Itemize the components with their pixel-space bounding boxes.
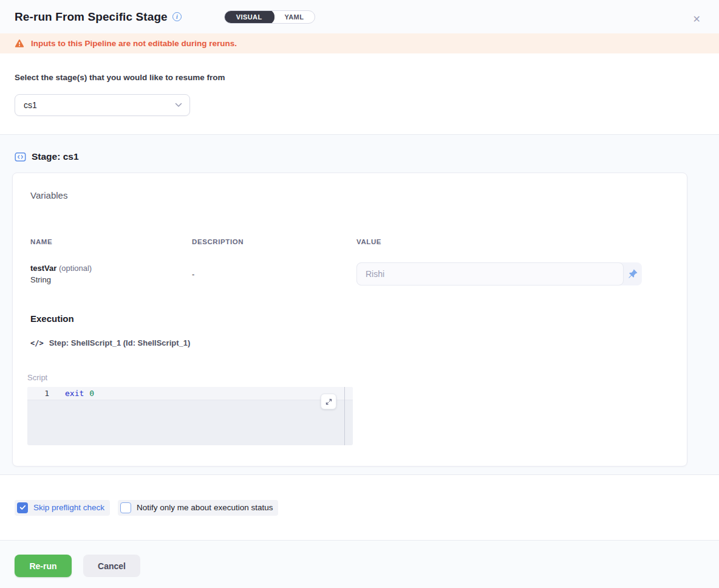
variable-name: testVar — [30, 264, 56, 273]
tab-visual[interactable]: VISUAL — [224, 10, 274, 24]
code-step-icon: </> — [30, 339, 44, 347]
stage-select-value: cs1 — [24, 100, 37, 110]
stage-select-dropdown[interactable]: cs1 — [15, 94, 190, 116]
notify-only-me-label: Notify only me about execution status — [137, 503, 273, 512]
execution-title: Execution — [30, 313, 669, 324]
code-keyword: exit — [65, 389, 84, 398]
stage-header: Stage: cs1 — [15, 151, 719, 162]
script-label: Script — [27, 373, 669, 382]
line-number: 1 — [27, 389, 65, 398]
variable-type: String — [30, 275, 192, 284]
close-icon[interactable]: ✕ — [693, 15, 701, 24]
stage-icon — [15, 152, 26, 162]
script-code-editor[interactable]: 1 exit0 — [27, 387, 353, 445]
variable-value-cell — [356, 262, 642, 285]
skip-preflight-checkbox[interactable]: Skip preflight check — [15, 500, 110, 516]
column-header-description: DESCRIPTION — [192, 238, 356, 245]
page-title: Re-run From Specific Stage — [15, 10, 168, 24]
checkbox-unchecked-icon — [120, 502, 131, 513]
visual-yaml-toggle: VISUAL YAML — [224, 10, 316, 24]
execution-options-row: Skip preflight check Notify only me abou… — [0, 475, 719, 540]
warning-triangle-icon — [15, 39, 24, 48]
chevron-down-icon — [175, 103, 182, 108]
dialog-footer: Re-run Cancel — [0, 540, 719, 588]
skip-preflight-label: Skip preflight check — [33, 503, 104, 512]
dialog-header: Re-run From Specific Stage i VISUAL YAML… — [0, 0, 719, 33]
tab-yaml[interactable]: YAML — [274, 10, 315, 24]
pin-icon[interactable] — [624, 262, 642, 285]
step-label: Step: ShellScript_1 (Id: ShellScript_1) — [49, 338, 191, 347]
banner-message: Inputs to this Pipeline are not editable… — [31, 39, 237, 48]
variables-title: Variables — [30, 190, 669, 200]
code-line: 1 exit0 — [27, 387, 353, 400]
notify-only-me-checkbox[interactable]: Notify only me about execution status — [118, 500, 278, 516]
expand-icon[interactable] — [321, 394, 336, 409]
editor-scrollbar[interactable] — [344, 387, 345, 445]
checkbox-checked-icon — [17, 502, 28, 513]
info-icon[interactable]: i — [172, 12, 182, 21]
stage-select-section: Select the stage(s) that you would like … — [0, 53, 719, 134]
stage-title: Stage: cs1 — [32, 151, 79, 162]
column-header-value: VALUE — [356, 238, 669, 245]
cancel-button[interactable]: Cancel — [83, 555, 140, 577]
step-row: </> Step: ShellScript_1 (Id: ShellScript… — [30, 338, 669, 347]
variable-row: testVar (optional) String - — [30, 262, 669, 285]
variable-value-input[interactable] — [356, 262, 624, 285]
variable-optional-tag: (optional) — [59, 264, 92, 273]
stage-inputs-card: Variables NAME DESCRIPTION VALUE testVar… — [12, 173, 687, 467]
column-header-name: NAME — [30, 238, 192, 245]
rerun-dialog: Re-run From Specific Stage i VISUAL YAML… — [0, 0, 719, 588]
variable-name-cell: testVar (optional) String — [30, 264, 192, 284]
warning-banner: Inputs to this Pipeline are not editable… — [0, 33, 719, 53]
rerun-button[interactable]: Re-run — [15, 555, 72, 577]
variable-description: - — [192, 270, 356, 279]
variables-header-row: NAME DESCRIPTION VALUE — [30, 238, 669, 245]
code-number: 0 — [89, 389, 94, 398]
stage-detail-section: Stage: cs1 Variables NAME DESCRIPTION VA… — [0, 134, 719, 475]
stage-select-label: Select the stage(s) that you would like … — [15, 73, 704, 82]
